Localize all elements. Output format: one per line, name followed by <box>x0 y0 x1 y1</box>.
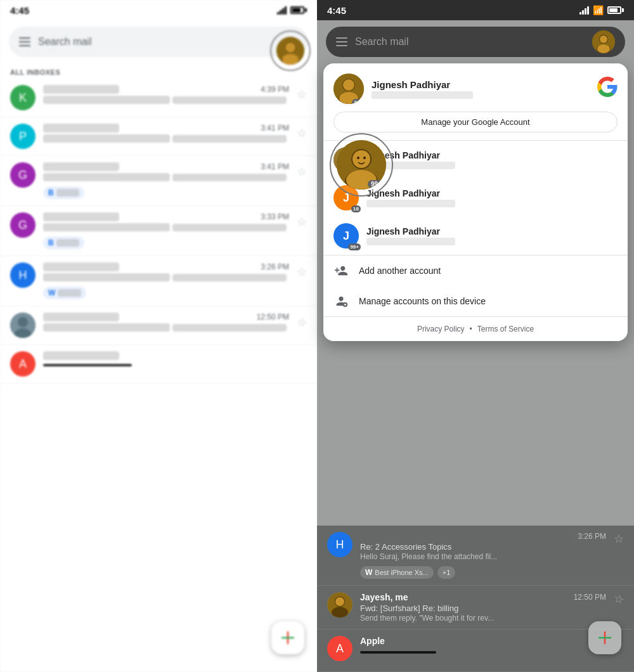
email-star-2[interactable]: ☆ <box>297 126 307 140</box>
email-subject-3 <box>43 173 170 181</box>
email-star-5[interactable]: ☆ <box>297 265 307 279</box>
left-hamburger-icon[interactable] <box>19 37 30 46</box>
right-email-subject-1: Re: 2 Accessories Topics <box>360 542 606 552</box>
add-account-item[interactable]: Add another account <box>323 255 628 286</box>
right-email-time-1: 3:26 PM <box>578 532 606 541</box>
email-content-5: 3:26 PM W <box>43 262 289 299</box>
add-account-icon <box>333 263 349 278</box>
account-list-item-3[interactable]: J 99+ Jignesh Padhiyar <box>323 217 628 255</box>
email-star-6[interactable]: ☆ <box>295 314 308 330</box>
right-email-avatar-1: H <box>327 532 353 557</box>
right-hamburger-icon[interactable] <box>336 37 347 46</box>
svg-point-32 <box>357 157 359 159</box>
email-avatar-3: G <box>10 162 36 188</box>
primary-badge: 99+ <box>352 99 364 104</box>
privacy-policy-link[interactable]: Privacy Policy <box>417 325 465 333</box>
right-email-preview-2: Send them reply. "We bought it for rev..… <box>360 614 606 623</box>
email-sender-3 <box>43 162 119 171</box>
email-avatar-2: P <box>10 124 36 149</box>
big-avatar-badge: 99+ <box>368 180 385 188</box>
right-search-bar[interactable]: Search mail <box>326 27 625 57</box>
left-search-bar[interactable]: Search mail <box>9 27 308 57</box>
email-item-7[interactable]: A <box>0 345 317 384</box>
left-avatar[interactable] <box>276 37 304 65</box>
email-item-6[interactable]: 12:50 PM ☆ <box>0 306 317 345</box>
svg-point-6 <box>18 317 28 327</box>
email-item-2[interactable]: P 3:41 PM ☆ <box>0 117 317 156</box>
big-avatar[interactable]: 99+ <box>337 140 386 190</box>
right-email-content-2: Jayesh, me 12:50 PM Fwd: [Surfshark] Re:… <box>360 592 606 623</box>
svg-point-15 <box>597 44 610 53</box>
right-email-star-1[interactable]: ☆ <box>614 532 624 546</box>
email-time-2: 3:41 PM <box>261 124 289 132</box>
right-email-sender-2: Jayesh, me <box>360 592 408 602</box>
right-email-star-2[interactable]: ☆ <box>612 591 625 607</box>
right-email-avatar-2 <box>327 592 353 617</box>
email-item-3[interactable]: G 3:41 PM B <box>0 156 317 206</box>
terms-of-service-link[interactable]: Terms of Service <box>477 325 534 333</box>
account-badge-3: 99+ <box>348 243 361 250</box>
email-avatar-1: K <box>10 85 36 110</box>
right-bottom-emails: H 3:26 PM Re: 2 Accessories Topics Hello… <box>317 526 634 672</box>
svg-point-33 <box>363 157 366 159</box>
right-status-icons: 📶 <box>579 5 624 15</box>
email-star-1[interactable]: ☆ <box>297 87 307 101</box>
primary-account-name: Jignesh Padhiyar <box>372 79 590 90</box>
email-preview-6 <box>172 324 287 332</box>
email-sender-4 <box>43 212 119 221</box>
right-email-content-1: 3:26 PM Re: 2 Accessories Topics Hello S… <box>360 532 606 579</box>
email-preview-5 <box>172 274 287 281</box>
footer-links: Privacy Policy • Terms of Service <box>323 317 628 341</box>
email-subject-1 <box>43 96 170 104</box>
left-signal-icon <box>277 6 287 15</box>
right-email-item-2[interactable]: Jayesh, me 12:50 PM Fwd: [Surfshark] Re:… <box>317 586 634 630</box>
email-item-5[interactable]: H 3:26 PM W <box>0 256 317 306</box>
left-status-bar: 4:45 <box>0 0 317 20</box>
email-time-6: 12:50 PM <box>257 313 289 321</box>
right-email-item-3[interactable]: A Apple <box>317 630 634 672</box>
email-content-1: 4:39 PM <box>43 85 289 107</box>
email-item-1[interactable]: K 4:39 PM ☆ <box>0 79 317 117</box>
email-preview-1 <box>172 96 287 104</box>
email-sender-7 <box>43 351 119 360</box>
right-email-time-2: 12:50 PM <box>574 593 606 602</box>
email-subject-2 <box>43 134 170 143</box>
email-star-3[interactable]: ☆ <box>297 165 307 179</box>
svg-point-3 <box>285 42 295 53</box>
email-preview-2 <box>172 135 287 143</box>
email-avatar-7: A <box>10 351 36 377</box>
email-chip-5: W <box>43 287 86 299</box>
email-chip-4: B <box>43 236 84 249</box>
right-fab[interactable] <box>588 621 621 654</box>
email-sender-5 <box>43 262 119 271</box>
account-dropdown: 99+ Jignesh Padhiyar Manage your Google … <box>323 63 628 341</box>
account-list-info-2: Jignesh Padhiyar <box>366 188 618 207</box>
right-email-item-1[interactable]: H 3:26 PM Re: 2 Accessories Topics Hello… <box>317 526 634 586</box>
primary-account-info: Jignesh Padhiyar <box>372 79 590 99</box>
left-time: 4:45 <box>10 5 29 16</box>
left-bottom-bar <box>43 364 132 366</box>
left-email-list: K 4:39 PM ☆ P <box>0 79 317 672</box>
email-avatar-5: H <box>10 262 36 288</box>
email-item-4[interactable]: G 3:33 PM B <box>0 206 317 256</box>
manage-google-account-button[interactable]: Manage your Google Account <box>333 112 618 132</box>
email-star-4[interactable]: ☆ <box>297 215 307 229</box>
account-badge-2: 18 <box>351 205 361 212</box>
account-list-email-3 <box>366 238 455 245</box>
email-avatar-4: G <box>10 212 36 238</box>
email-preview-3 <box>172 174 287 181</box>
left-panel: 4:45 Search mail <box>0 0 317 672</box>
left-search-text[interactable]: Search mail <box>38 36 298 48</box>
right-time: 4:45 <box>327 5 346 16</box>
email-time-3: 3:41 PM <box>261 162 289 171</box>
right-search-text[interactable]: Search mail <box>355 36 585 48</box>
email-time-5: 3:26 PM <box>261 262 289 271</box>
manage-accounts-icon <box>333 294 349 309</box>
svg-point-37 <box>335 597 344 606</box>
account-list-name-2: Jignesh Padhiyar <box>366 188 618 198</box>
right-chip-plus: +1 <box>437 566 456 579</box>
right-avatar-small[interactable] <box>592 30 615 53</box>
left-fab[interactable] <box>271 621 304 654</box>
email-content-7 <box>43 351 307 366</box>
manage-accounts-item[interactable]: Manage accounts on this device <box>323 286 628 316</box>
